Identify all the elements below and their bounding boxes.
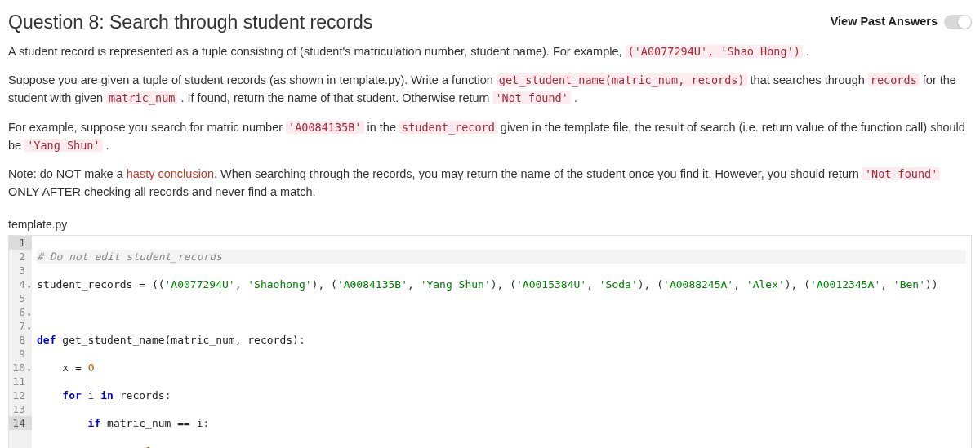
question-title: Question 8: Search through student recor… (8, 8, 372, 37)
description-p3: For example, suppose you search for matr… (8, 119, 972, 155)
code-line[interactable] (37, 305, 966, 319)
code-line[interactable]: def get_student_name(matric_num, records… (37, 333, 966, 347)
code-line[interactable]: for i in records: (37, 388, 966, 402)
code-line[interactable]: # Do not edit student_records (37, 250, 966, 264)
code-student-record: student_record (399, 121, 497, 134)
code-line[interactable]: student_records = (('A0077294U', 'Shaoho… (37, 277, 966, 291)
code-editor[interactable]: 1 2 3 4 5 6 7 8 9 10 11 12 13 14 # Do no… (8, 235, 972, 448)
code-line[interactable]: x = 0 (37, 361, 966, 375)
code-line[interactable]: if matric_num == i: (37, 416, 966, 430)
description-p2: Suppose you are given a tuple of student… (8, 72, 972, 108)
gutter-line: 4 (9, 277, 32, 291)
code-not-found-2: 'Not found' (862, 167, 940, 180)
gutter-line: 3 (9, 264, 32, 277)
gutter-line: 14 (9, 416, 32, 430)
code-record-example: ('A0077294U', 'Shao Hong') (626, 45, 803, 58)
code-records: records (868, 73, 920, 86)
gutter-line: 12 (9, 388, 32, 402)
gutter-line: 10 (9, 361, 32, 375)
gutter-line: 11 (9, 375, 32, 388)
gutter-line: 2 (9, 250, 32, 264)
editor-gutter: 1 2 3 4 5 6 7 8 9 10 11 12 13 14 (9, 236, 32, 448)
code-func-sig: get_student_name(matric_num, records) (497, 73, 747, 86)
hasty-conclusion-text: hasty conclusion (127, 167, 214, 180)
description-p1: A student record is represented as a tup… (8, 43, 972, 61)
description-p4: Note: do NOT make a hasty conclusion. Wh… (8, 166, 972, 202)
view-past-answers-control[interactable]: View Past Answers (831, 13, 972, 31)
gutter-line: 6 (9, 305, 32, 319)
code-line[interactable]: x += 1 (37, 444, 966, 448)
editor-code-area[interactable]: # Do not edit student_records student_re… (32, 236, 971, 448)
code-yang-shun: 'Yang Shun' (24, 139, 102, 152)
code-matric-num: matric_num (106, 91, 177, 104)
gutter-line: 1 (9, 236, 32, 250)
code-not-found: 'Not found' (492, 91, 570, 104)
view-past-answers-label: View Past Answers (831, 13, 938, 31)
gutter-line: 7 (9, 319, 32, 333)
question-header: Question 8: Search through student recor… (8, 8, 972, 37)
gutter-line: 8 (9, 333, 32, 347)
code-matric-example: 'A0084135B' (286, 121, 363, 134)
editor-filename: template.py (8, 216, 972, 233)
view-past-answers-toggle[interactable] (944, 15, 972, 29)
gutter-line: 9 (9, 347, 32, 361)
gutter-line: 13 (9, 402, 32, 416)
gutter-line: 5 (9, 291, 32, 305)
